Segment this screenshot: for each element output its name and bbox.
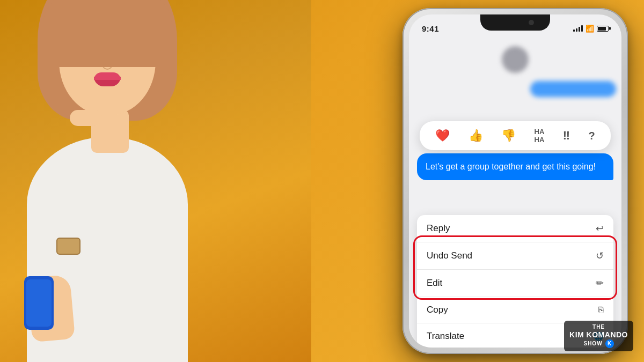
message-bubble: Let's get a group together and get this …	[417, 153, 613, 180]
edit-label: Edit	[427, 278, 442, 289]
iphone-notch	[480, 14, 550, 31]
iphone-mockup: 9:41 📶	[402, 8, 628, 354]
exclaim-reaction[interactable]: ‼	[561, 127, 572, 145]
menu-item-copy[interactable]: Copy ⎘	[417, 297, 613, 323]
undo-send-label: Undo Send	[427, 250, 472, 261]
chat-header	[414, 46, 616, 73]
woman-photo	[0, 0, 311, 362]
wifi-icon: 📶	[586, 25, 594, 33]
hair-front	[43, 0, 172, 67]
phone-in-hand	[24, 276, 54, 330]
undo-send-icon: ↺	[596, 250, 604, 262]
message-text: Let's get a group together and get this …	[426, 162, 596, 171]
menu-item-undo-send[interactable]: Undo Send ↺	[417, 242, 613, 270]
iphone-frame: 9:41 📶	[402, 8, 628, 354]
logo-the: THE	[592, 324, 605, 330]
haha-reaction[interactable]: HAHA	[532, 125, 547, 146]
logo-show: SHOW	[583, 341, 602, 347]
reply-icon: ↩	[596, 223, 604, 234]
contact-avatar	[502, 46, 529, 73]
question-reaction[interactable]: ?	[586, 128, 597, 144]
copy-label: Copy	[427, 305, 448, 315]
thumbsup-reaction[interactable]: 👍	[466, 127, 485, 145]
signal-icon	[573, 25, 583, 32]
thumbsdown-reaction[interactable]: 👎	[499, 127, 518, 145]
heart-reaction[interactable]: ❤️	[433, 127, 452, 145]
battery-icon	[597, 26, 609, 32]
logo-icon: K	[605, 339, 614, 348]
status-time: 9:41	[422, 24, 439, 33]
logo-kim-komando: KIM KOMANDO	[569, 330, 628, 339]
reaction-bar[interactable]: ❤️ 👍 👎 HAHA ‼ ?	[420, 121, 611, 150]
reply-label: Reply	[427, 223, 450, 234]
kim-komando-logo: THE KIM KOMANDO SHOW K	[564, 321, 633, 351]
chat-area: ❤️ 👍 👎 HAHA ‼ ? Let's get a group togeth…	[409, 38, 621, 348]
blurred-message	[414, 81, 616, 97]
edit-icon: ✏	[596, 277, 604, 289]
status-icons: 📶	[573, 25, 609, 33]
menu-item-reply[interactable]: Reply ↩	[417, 215, 613, 242]
copy-icon: ⎘	[598, 305, 604, 315]
translate-label: Translate	[427, 331, 464, 342]
menu-item-edit[interactable]: Edit ✏	[417, 270, 613, 297]
blurred-bubble-content	[530, 81, 616, 97]
iphone-screen: 9:41 📶	[409, 14, 621, 348]
